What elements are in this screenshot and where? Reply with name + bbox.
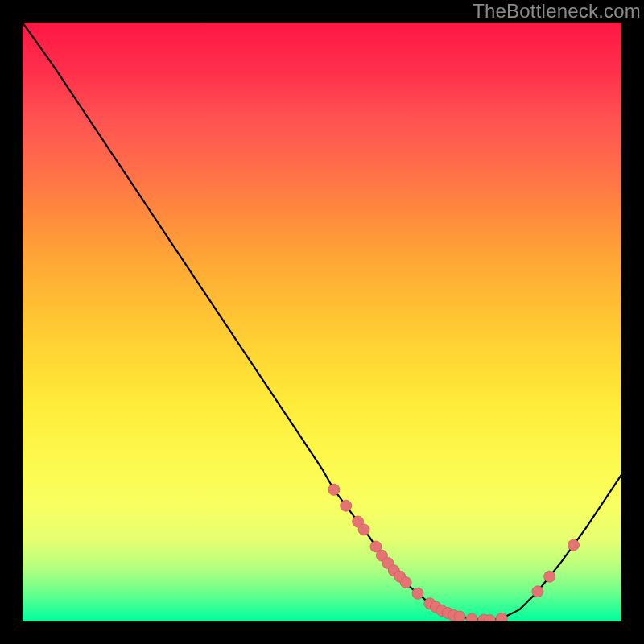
curve-dot bbox=[544, 571, 555, 582]
gradient-plot-area bbox=[23, 23, 621, 621]
watermark-text: TheBottleneck.com bbox=[473, 0, 641, 23]
curve-dot bbox=[400, 577, 411, 588]
curve-dot bbox=[568, 539, 579, 551]
curve-dot bbox=[328, 484, 340, 495]
curve-dots bbox=[328, 484, 580, 621]
curve-dot bbox=[532, 586, 543, 597]
curve-svg bbox=[23, 23, 621, 621]
curve-dot bbox=[454, 611, 465, 621]
curve-dot bbox=[412, 588, 423, 599]
curve-dot bbox=[358, 524, 369, 535]
curve-dot bbox=[341, 500, 352, 511]
curve-dot bbox=[466, 613, 477, 621]
bottleneck-curve bbox=[23, 23, 621, 621]
curve-dot bbox=[496, 613, 507, 621]
